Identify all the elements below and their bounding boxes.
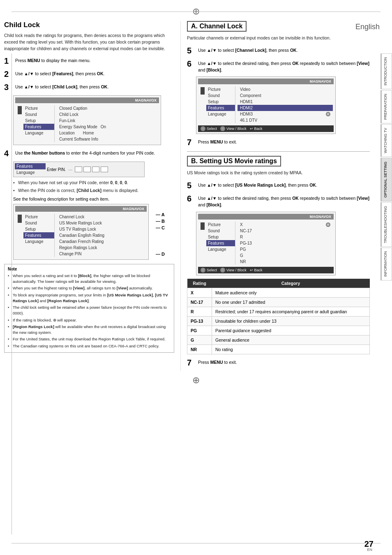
label-spacer2 [155, 238, 165, 244]
main-content: Child Lock Child lock reads the ratings … [4, 19, 388, 371]
page-en: EN [367, 548, 372, 552]
cl-hdmi3: HDMI3⊕ [238, 111, 333, 117]
um-nr: NR [238, 259, 333, 265]
um-select-btn: ○ Select [201, 268, 217, 273]
step-5b-number: 5 [187, 180, 196, 190]
step-7b-number: 7 [187, 358, 196, 368]
m2-setup: Setup [23, 226, 54, 232]
cl-picture: Picture [206, 86, 235, 92]
table-row: G General audience [187, 335, 370, 345]
menu-box-2-wrapper: MAGNAVOX Picture Sound Setup Features La… [13, 204, 165, 260]
step-7a-number: 7 [187, 137, 196, 147]
menu-item-setup: Setup [23, 118, 54, 124]
menu-box-1: MAGNAVOX Picture Sound Setup Features La… [13, 95, 161, 145]
step-6b-text: Use ▲/▼ to select the desired rating, th… [198, 194, 370, 208]
section-divider [187, 151, 370, 152]
note-4: The child lock setting will be retained … [8, 305, 171, 317]
rating-nr: NR [187, 345, 212, 354]
um-x: X⊕ [238, 222, 333, 228]
category-pg: Parental guidance suggested [212, 326, 370, 335]
cl-component: Component [238, 92, 333, 99]
menu-item-features: Features [23, 124, 54, 130]
cl-video: Video [238, 86, 333, 92]
cl-submenu: Video Component HDMI1 HDMI2 HDMI3⊕ 46.1 … [235, 86, 333, 123]
m2-language: Language [23, 238, 54, 245]
tab-troubleshooting[interactable]: TROUBLESHOOTING [380, 202, 392, 247]
cl-features: Features [206, 105, 235, 111]
see-following: See the following description for settin… [13, 197, 174, 201]
step-5a-number: 5 [187, 46, 196, 56]
category-nr: No rating [212, 345, 370, 354]
tab-optional-setting[interactable]: OPTIONAL SETTING [380, 158, 392, 201]
category-pg13: Unsuitable for children under 13 [212, 316, 370, 326]
table-header-category: Category [212, 279, 370, 288]
x-circle-icon: ⊕ [326, 222, 330, 227]
bottom-border [12, 543, 380, 543]
label-spacer1 [155, 231, 165, 238]
category-x: Mature audience only [212, 288, 370, 297]
cl-language: Language [206, 111, 235, 117]
rating-nc17: NC-17 [187, 297, 212, 307]
child-lock-title: Child Lock [4, 21, 174, 29]
table-row: X Mature audience only [187, 288, 370, 297]
left-column: Child Lock Child lock reads the ratings … [4, 21, 181, 371]
um-r: R [238, 234, 333, 240]
table-header-rating: Rating [187, 279, 212, 288]
step-1-text: Press MENU to display the main menu. [15, 56, 90, 64]
pin-features-label: Features [15, 163, 46, 169]
um-view-block-btn: ○ View / Block [220, 268, 247, 273]
pin-squares [75, 166, 108, 172]
submenu-location: LocationHome [57, 130, 158, 136]
note-title: Note [8, 267, 171, 271]
section-b-description: US Movie ratings lock is the rating syst… [187, 170, 370, 176]
cl-hdmi1: HDMI1 [238, 99, 333, 105]
category-nc17: No one under 17 admitted [212, 297, 370, 307]
tab-watching-tv[interactable]: WATCHING TV [380, 124, 392, 157]
tab-information[interactable]: INFORMATION [380, 247, 392, 280]
section-a-title: A. Channel Lock [187, 21, 247, 32]
tab-introduction[interactable]: INTRODUCTION [380, 53, 392, 89]
section-a-description: Particular channels or external input mo… [187, 35, 370, 42]
section-b-title: B. Setting US Movie ratings [187, 156, 281, 166]
us-movie-brand: MAGNAVOX [198, 214, 334, 220]
menu-item-sound: Sound [23, 111, 54, 118]
language-label: English [355, 23, 380, 31]
note-1: When you select a rating and set it to [… [8, 273, 171, 285]
m2-features: Features [23, 232, 54, 238]
um-features: Features [206, 240, 235, 246]
pin-bullet-list: When you have not set up your PIN code, … [13, 180, 174, 194]
note-list: When you select a rating and set it to [… [8, 273, 171, 349]
note-2: When you set the highest rating to [View… [8, 285, 171, 291]
category-r: Restricted; under 17 requires accompanyi… [212, 307, 370, 316]
step-3: 3 Use ▲/▼ to select [Child Lock], then p… [4, 82, 174, 92]
um-sound: Sound [206, 228, 235, 234]
table-row: NC-17 No one under 17 admitted [187, 297, 370, 307]
step-5a-text: Use ▲/▼ to select [Channel Lock], then p… [198, 46, 298, 54]
submenu-energy: Energy Saving ModeOn [57, 124, 158, 130]
sm-us-tv: US TV Ratings Lock [57, 226, 146, 232]
step-4-text: Use the Number buttons to enter the 4-di… [15, 148, 155, 157]
sm-canadian-en: Canadian English Rating [57, 232, 146, 238]
cl-setup: Setup [206, 99, 235, 105]
tab-preparation[interactable]: PREPARATION [380, 90, 392, 123]
step-1: 1 Press MENU to display the main menu. [4, 56, 174, 66]
sm-region: Region Ratings Lock [57, 245, 146, 251]
um-g: G [238, 252, 333, 259]
step-6a: 6 Use ▲/▼ to select the desired rating, … [187, 59, 370, 74]
m2-sound: Sound [23, 220, 54, 226]
um-setup: Setup [206, 234, 235, 240]
pin-bullet-1: When you have not set up your PIN code, … [13, 180, 174, 186]
step-7b: 7 Press MENU to exit. [187, 358, 370, 368]
right-column: A. Channel Lock Particular channels or e… [181, 21, 370, 371]
category-g: General audience [212, 335, 370, 345]
step-5a: 5 Use ▲/▼ to select [Channel Lock], then… [187, 46, 370, 56]
rating-pg: PG [187, 326, 212, 335]
um-picture: Picture [206, 222, 235, 228]
menu-brand-2: MAGNAVOX [15, 206, 147, 212]
um-submenu: X⊕ NC-17 R PG-13 PG G NR [235, 222, 333, 265]
step-5b-text: Use ▲/▼ to select [US Movie Ratings Lock… [198, 180, 317, 189]
table-row: R Restricted; under 17 requires accompan… [187, 307, 370, 316]
pin-enter-label: Enter PIN. [47, 167, 66, 172]
note-6: [Region Ratings Lock] will be available … [8, 324, 171, 336]
sm-channel-lock: Channel Lock [57, 214, 146, 220]
